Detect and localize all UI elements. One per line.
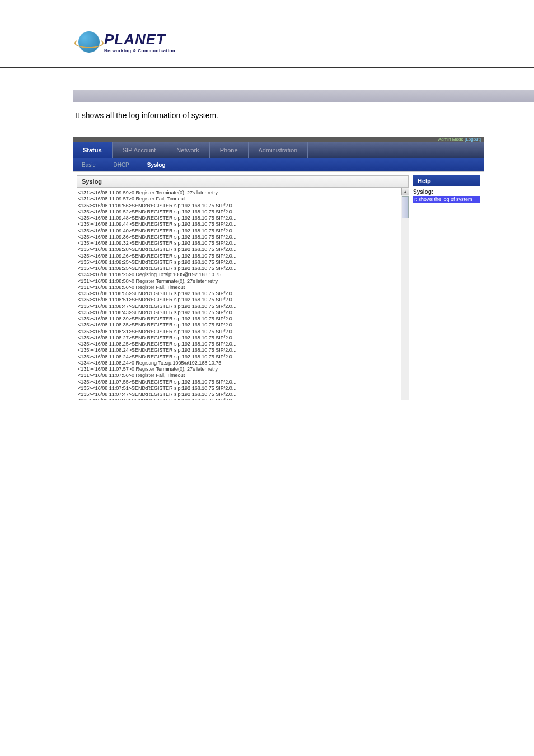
logo-text: PLANET Networking & Communication — [104, 31, 175, 53]
logo: PLANET Networking & Communication — [78, 31, 534, 53]
help-content: Syslog: It shows the log of system — [413, 186, 480, 205]
content-area: It shows all the log information of syst… — [0, 68, 534, 404]
syslog-content: <131><16/08 11:09:59>0 Register Terminat… — [77, 188, 409, 400]
section-bar — [73, 90, 534, 102]
app-window: Admin Mode [Logout] StatusSIP AccountNet… — [73, 137, 484, 404]
admin-bar: Admin Mode [Logout] — [73, 137, 484, 142]
help-panel: Help Syslog: It shows the log of system — [413, 175, 480, 205]
main-tab-phone[interactable]: Phone — [210, 142, 249, 158]
sub-tab-syslog[interactable]: Syslog — [138, 158, 175, 171]
main-tab-status[interactable]: Status — [73, 142, 113, 158]
planet-logo-icon — [78, 31, 100, 53]
syslog-panel-header: Syslog — [77, 175, 409, 188]
syslog-panel: Syslog <131><16/08 11:09:59>0 Register T… — [77, 175, 409, 400]
main-tabs: StatusSIP AccountNetworkPhoneAdministrat… — [73, 142, 484, 158]
main-tab-sip-account[interactable]: SIP Account — [113, 142, 167, 158]
help-title: Syslog: — [413, 189, 480, 195]
intro-text: It shows all the log information of syst… — [73, 111, 534, 120]
scroll-thumb[interactable] — [402, 196, 409, 218]
sub-tabs: BasicDHCPSyslog — [73, 158, 484, 171]
logo-main-text: PLANET — [104, 31, 175, 48]
sub-tab-dhcp[interactable]: DHCP — [104, 158, 138, 171]
logo-sub-text: Networking & Communication — [104, 48, 175, 53]
logo-header: PLANET Networking & Communication — [0, 0, 534, 68]
page-body: Syslog <131><16/08 11:09:59>0 Register T… — [73, 171, 484, 404]
help-header: Help — [413, 175, 480, 186]
sub-tab-basic[interactable]: Basic — [73, 158, 104, 171]
help-body: It shows the log of system — [413, 196, 480, 203]
main-tab-administration[interactable]: Administration — [249, 142, 308, 158]
admin-mode-label: Admin Mode — [438, 137, 463, 142]
scroll-up-button[interactable]: ▲ — [401, 188, 409, 195]
logout-link[interactable]: [Logout] — [465, 137, 481, 142]
scrollbar: ▲ — [401, 188, 409, 400]
main-tab-network[interactable]: Network — [166, 142, 209, 158]
syslog-content-wrap: <131><16/08 11:09:59>0 Register Terminat… — [77, 188, 409, 400]
